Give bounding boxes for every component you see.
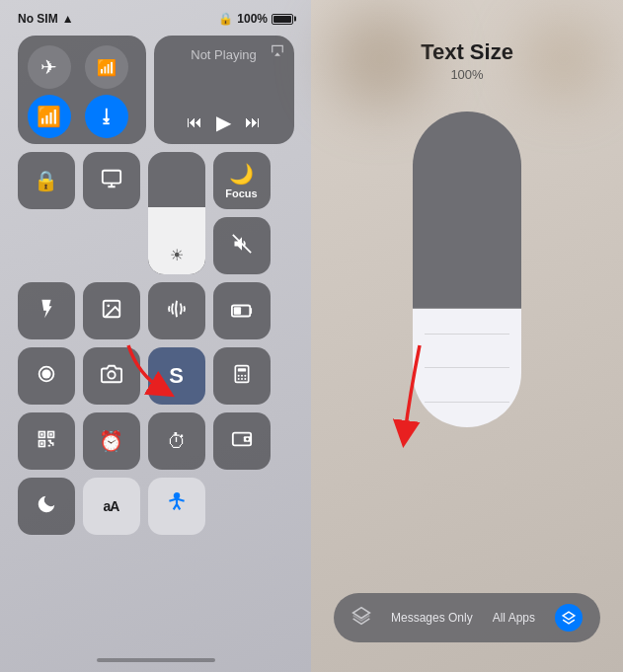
left-panel: No SIM ▲ 🔒 100% ✈ 📶 📶 <box>0 0 311 672</box>
battery-widget-button[interactable] <box>213 282 271 339</box>
svg-rect-10 <box>237 368 245 371</box>
all-apps-button[interactable] <box>555 604 583 632</box>
text-size-percent: 100% <box>450 67 483 82</box>
mute-icon <box>232 234 252 259</box>
pill-line-1 <box>425 334 509 335</box>
flashlight-icon <box>36 298 57 325</box>
airplane-icon: ✈ <box>40 55 57 79</box>
battery-widget-icon <box>231 300 253 323</box>
camera-button[interactable] <box>83 347 140 405</box>
battery-percent: 100% <box>237 12 268 26</box>
moon-icon: 🌙 <box>229 162 254 186</box>
svg-point-14 <box>237 378 239 380</box>
fast-forward-button[interactable]: ⏭ <box>245 113 261 131</box>
accessibility-icon <box>164 491 190 522</box>
blur-circle-2 <box>524 20 603 99</box>
pill-line-3 <box>425 402 509 403</box>
screen-record-button[interactable] <box>18 347 75 405</box>
brightness-slider[interactable]: ☀ <box>148 152 205 274</box>
home-indicator <box>97 658 215 662</box>
media-controls: ⏮ ▶ ⏭ <box>187 111 261 134</box>
blur-circle-1 <box>331 10 429 109</box>
lock-rotation-icon: 🔒 <box>34 169 58 192</box>
sound-recognition-button[interactable] <box>148 282 205 339</box>
status-bar: No SIM ▲ 🔒 100% <box>0 0 311 32</box>
calculator-icon <box>232 364 252 389</box>
qr-scanner-icon <box>37 429 56 454</box>
flashlight-button[interactable] <box>18 282 75 339</box>
svg-point-3 <box>107 304 110 307</box>
dark-mode-icon <box>36 493 57 520</box>
text-size-heading: Text Size <box>421 39 513 65</box>
airplane-mode-button[interactable]: ✈ <box>28 45 71 89</box>
svg-point-7 <box>41 369 50 378</box>
mute-button[interactable] <box>213 217 271 274</box>
svg-rect-21 <box>49 433 52 436</box>
svg-point-13 <box>244 374 246 376</box>
svg-rect-20 <box>40 433 43 436</box>
svg-point-8 <box>108 371 115 378</box>
now-playing-block[interactable]: Not Playing ⏮ ▶ ⏭ <box>154 36 294 144</box>
second-row: 🔒 ☀ 🌙 Focus <box>18 152 294 274</box>
pill-bottom-light <box>413 309 521 427</box>
photos-button[interactable] <box>83 282 140 339</box>
svg-point-26 <box>174 493 178 497</box>
svg-marker-28 <box>563 612 575 620</box>
cellular-icon: 📶 <box>97 58 117 77</box>
battery-bar-icon <box>272 14 293 25</box>
clock-icon: ⏱ <box>167 430 187 453</box>
calculator-button[interactable] <box>213 347 271 405</box>
sound-recognition-icon <box>166 298 188 325</box>
battery-fill <box>273 16 291 23</box>
svg-rect-5 <box>233 307 240 314</box>
wallet-button[interactable] <box>213 412 271 470</box>
now-playing-label: Not Playing <box>191 47 256 62</box>
svg-point-25 <box>246 437 249 440</box>
rewind-button[interactable]: ⏮ <box>187 113 202 131</box>
svg-point-15 <box>241 378 243 380</box>
text-size-button[interactable]: aA <box>83 478 140 535</box>
pill-top-dark <box>413 112 521 309</box>
bottom-app-bar[interactable]: Messages Only All Apps <box>334 593 600 642</box>
screen-record-icon <box>36 363 57 390</box>
top-row: ✈ 📶 📶 ⭳ Not Playing ⏮ ▶ <box>18 36 294 144</box>
layers-icon-left <box>351 606 371 631</box>
airplay-icon <box>271 43 284 60</box>
clock-button[interactable]: ⏱ <box>148 412 205 470</box>
bluetooth-button[interactable]: ⭳ <box>85 95 128 138</box>
text-size-icon: aA <box>104 498 119 514</box>
accessibility-button[interactable] <box>148 478 205 535</box>
brightness-icon: ☀ <box>170 246 184 264</box>
svg-point-12 <box>241 374 243 376</box>
wifi-status-icon: ▲ <box>62 12 74 26</box>
status-right: 🔒 100% <box>218 12 293 26</box>
svg-point-11 <box>237 374 239 376</box>
svg-rect-22 <box>40 442 43 445</box>
shazam-icon: S <box>169 363 184 389</box>
cellular-button[interactable]: 📶 <box>85 45 128 89</box>
pill-line-2 <box>425 367 509 368</box>
photos-icon <box>101 298 122 325</box>
connectivity-block: ✈ 📶 📶 ⭳ <box>18 36 146 144</box>
screen-mirror-icon <box>101 168 122 194</box>
camera-icon <box>101 363 122 390</box>
svg-rect-0 <box>102 170 119 183</box>
qr-scanner-button[interactable] <box>18 412 75 470</box>
alarm-button[interactable]: ⏰ <box>83 412 140 470</box>
focus-button[interactable]: 🌙 Focus <box>213 152 271 209</box>
carrier-label: No SIM <box>18 12 58 26</box>
shazam-button[interactable]: S <box>148 347 205 405</box>
lock-rotation-button[interactable]: 🔒 <box>18 152 75 209</box>
all-apps-label: All Apps <box>493 611 535 625</box>
screen-mirror-button[interactable] <box>83 152 140 209</box>
messages-only-label: Messages Only <box>391 611 473 625</box>
wallet-icon <box>231 430 253 453</box>
icon-grid: S ⏰ ⏱ <box>18 282 294 535</box>
wifi-button[interactable]: 📶 <box>28 95 71 138</box>
status-left: No SIM ▲ <box>18 12 74 26</box>
dark-mode-button[interactable] <box>18 478 75 535</box>
text-size-slider[interactable] <box>413 112 521 427</box>
bluetooth-icon: ⭳ <box>98 107 116 127</box>
play-button[interactable]: ▶ <box>216 111 231 134</box>
svg-point-16 <box>244 378 246 380</box>
